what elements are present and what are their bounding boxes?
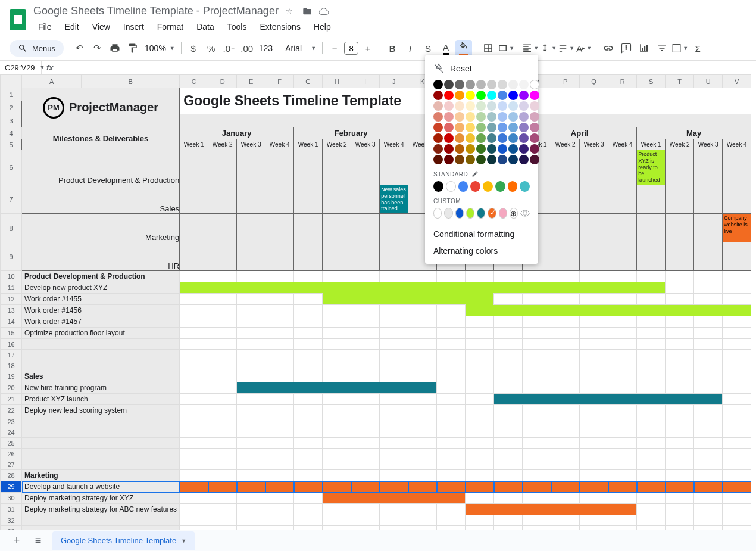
gantt-bar[interactable] <box>523 481 551 493</box>
color-swatch[interactable] <box>508 112 518 122</box>
milestone-product-ready[interactable]: Product XYZ is ready to be launched <box>637 150 666 185</box>
task-label[interactable] <box>22 449 180 459</box>
menu-extensions[interactable]: Extensions <box>255 20 305 34</box>
gantt-bar[interactable] <box>408 294 437 305</box>
task-label[interactable] <box>22 438 180 449</box>
custom-color-swatch[interactable] <box>488 208 496 219</box>
gantt-bar[interactable] <box>466 294 494 305</box>
gantt-bar[interactable] <box>323 382 351 394</box>
more-formats-button[interactable]: 123 <box>257 43 275 53</box>
gantt-bar[interactable] <box>437 294 466 305</box>
fill-color-button[interactable] <box>455 40 472 57</box>
gantt-bar[interactable] <box>408 282 437 294</box>
color-swatch[interactable] <box>530 101 539 111</box>
gantt-bar[interactable] <box>380 493 408 504</box>
milestone-website-live[interactable]: Company website is live <box>723 214 751 242</box>
gantt-bar[interactable] <box>523 394 551 405</box>
color-swatch[interactable] <box>476 144 486 154</box>
gantt-bar[interactable] <box>637 305 666 316</box>
zoom-dropdown[interactable]: 100%▼ <box>142 43 177 53</box>
standard-color-swatch[interactable] <box>433 181 443 192</box>
gantt-bar[interactable] <box>237 382 265 394</box>
color-swatch[interactable] <box>444 155 454 164</box>
gantt-bar[interactable] <box>551 394 580 405</box>
filter-views-button[interactable]: ▼ <box>671 40 688 57</box>
color-swatch[interactable] <box>487 80 496 89</box>
menu-help[interactable]: Help <box>309 20 336 34</box>
color-swatch[interactable] <box>519 101 529 111</box>
task-label[interactable] <box>22 350 180 360</box>
document-title[interactable]: Google Sheets Timeline Template - Projec… <box>33 5 279 17</box>
gantt-bar[interactable] <box>694 481 723 493</box>
color-swatch[interactable] <box>476 112 486 122</box>
color-swatch[interactable] <box>519 80 529 89</box>
color-swatch[interactable] <box>476 91 486 100</box>
month-header[interactable]: February <box>294 127 408 139</box>
gantt-bar[interactable] <box>523 504 551 515</box>
color-swatch[interactable] <box>519 123 529 132</box>
color-swatch[interactable] <box>487 112 496 122</box>
color-swatch[interactable] <box>433 80 443 89</box>
gantt-bar[interactable] <box>580 504 608 515</box>
color-swatch[interactable] <box>487 155 496 164</box>
task-label[interactable]: Product XYZ launch <box>22 394 180 405</box>
col-header[interactable]: H <box>323 75 351 88</box>
gantt-bar[interactable] <box>180 282 208 294</box>
color-swatch[interactable] <box>487 101 496 111</box>
standard-color-swatch[interactable] <box>458 181 468 192</box>
col-header[interactable]: J <box>380 75 408 88</box>
color-swatch[interactable] <box>444 133 454 143</box>
color-swatch[interactable] <box>476 80 486 89</box>
col-header[interactable]: C <box>180 75 208 88</box>
custom-color-swatch[interactable] <box>455 208 464 219</box>
color-swatch[interactable] <box>530 80 539 89</box>
menu-edit[interactable]: Edit <box>60 20 84 34</box>
gantt-bar[interactable] <box>466 481 494 493</box>
bold-button[interactable]: B <box>384 40 401 57</box>
color-swatch[interactable] <box>508 133 518 143</box>
col-header[interactable]: D <box>208 75 237 88</box>
task-label[interactable] <box>22 416 180 427</box>
color-swatch[interactable] <box>498 133 507 143</box>
gantt-bar[interactable] <box>380 481 408 493</box>
color-swatch[interactable] <box>455 112 464 122</box>
color-swatch[interactable] <box>466 91 475 100</box>
col-header[interactable]: G <box>294 75 323 88</box>
color-swatch[interactable] <box>530 123 539 132</box>
task-label[interactable] <box>22 459 180 470</box>
color-swatch[interactable] <box>530 112 539 122</box>
gantt-bar[interactable] <box>323 493 351 504</box>
color-swatch[interactable] <box>508 91 518 100</box>
task-label[interactable]: New hire training program <box>22 382 180 394</box>
col-header[interactable]: E <box>237 75 265 88</box>
col-header[interactable]: S <box>637 75 666 88</box>
gantt-bar[interactable] <box>580 282 608 294</box>
gantt-bar[interactable] <box>294 282 323 294</box>
decrease-decimal-button[interactable]: .0← <box>221 40 238 57</box>
color-swatch[interactable] <box>466 144 475 154</box>
add-custom-color-button[interactable]: ⊕ <box>510 208 518 219</box>
task-label[interactable] <box>22 427 180 438</box>
gantt-bar[interactable] <box>666 394 694 405</box>
cloud-icon[interactable] <box>319 7 329 16</box>
custom-color-swatch[interactable] <box>444 208 452 219</box>
gantt-bar[interactable] <box>580 394 608 405</box>
color-swatch[interactable] <box>466 155 475 164</box>
rotate-button[interactable]: A▸▼ <box>576 40 592 57</box>
col-header[interactable]: V <box>723 75 751 88</box>
task-label[interactable] <box>22 515 180 526</box>
gantt-bar[interactable] <box>494 305 523 316</box>
color-swatch[interactable] <box>519 133 529 143</box>
color-swatch[interactable] <box>476 101 486 111</box>
gantt-bar[interactable] <box>380 382 408 394</box>
color-swatch[interactable] <box>498 91 507 100</box>
task-label[interactable]: Work order #1457 <box>22 316 180 328</box>
color-swatch[interactable] <box>498 101 507 111</box>
gantt-bar[interactable] <box>523 305 551 316</box>
color-swatch[interactable] <box>433 155 443 164</box>
standard-color-swatch[interactable] <box>483 181 493 192</box>
eyedropper-icon[interactable] <box>520 208 530 218</box>
star-icon[interactable]: ☆ <box>286 7 295 16</box>
task-label[interactable]: Optimize production floor layout <box>22 328 180 339</box>
color-swatch[interactable] <box>466 123 475 132</box>
